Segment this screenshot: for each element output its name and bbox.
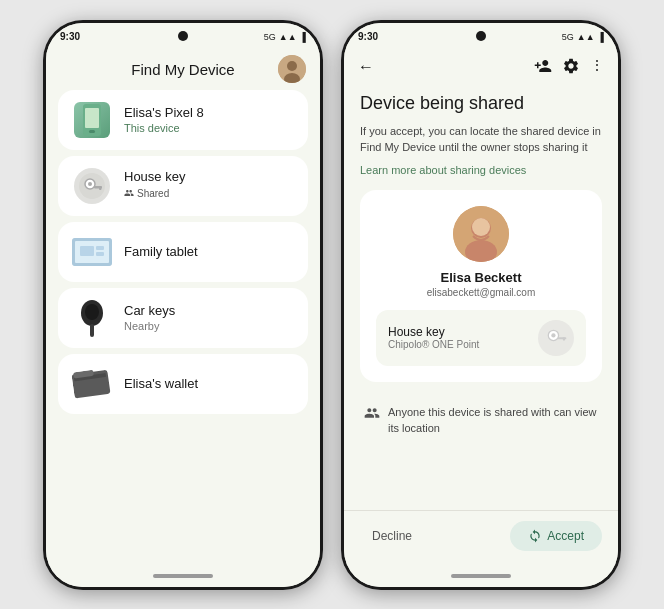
- device-item-house-key[interactable]: House key Shared: [58, 156, 308, 216]
- pixel8-sub: This device: [124, 122, 294, 134]
- device-list: Elisa's Pixel 8 This device: [46, 86, 320, 565]
- device-item-car-keys[interactable]: Car keys Nearby: [58, 288, 308, 348]
- left-time: 9:30: [60, 31, 80, 42]
- house-key-image: [74, 168, 110, 204]
- shared-device-row: House key Chipolo® ONE Point: [376, 310, 586, 366]
- left-status-icons: 5G ▲▲ ▐: [264, 32, 306, 42]
- tablet-icon: [72, 232, 112, 272]
- shared-text: Shared: [137, 188, 169, 199]
- tablet-image: [72, 238, 112, 266]
- tablet-info: Family tablet: [124, 244, 294, 259]
- shared-device-model: Chipolo® ONE Point: [388, 339, 479, 350]
- app-header: Find My Device: [46, 51, 320, 86]
- right-battery: ▐: [598, 32, 604, 42]
- right-phone: 9:30 5G ▲▲ ▐ ← ⋮: [341, 20, 621, 590]
- svg-rect-4: [85, 108, 99, 128]
- shared-label: Shared: [124, 188, 169, 199]
- accept-button[interactable]: Accept: [510, 521, 602, 551]
- sharer-avatar: [453, 206, 509, 262]
- svg-rect-13: [80, 246, 94, 256]
- device-item-wallet[interactable]: Elisa's wallet: [58, 354, 308, 414]
- house-key-name: House key: [124, 169, 294, 184]
- svg-rect-14: [96, 246, 104, 250]
- tablet-name: Family tablet: [124, 244, 294, 259]
- svg-point-8: [88, 182, 92, 186]
- more-options-icon[interactable]: ⋮: [590, 57, 604, 78]
- wifi-icon: ▲▲: [279, 32, 297, 42]
- shared-device-info: House key Chipolo® ONE Point: [388, 325, 479, 350]
- svg-point-25: [472, 218, 490, 236]
- right-time: 9:30: [358, 31, 378, 42]
- sharing-title: Device being shared: [360, 92, 602, 115]
- svg-rect-5: [89, 130, 95, 133]
- decline-button[interactable]: Decline: [360, 521, 424, 551]
- left-bottom-bar: [46, 565, 320, 587]
- wallet-image: [72, 368, 112, 400]
- battery-icon: ▐: [300, 32, 306, 42]
- header-actions: ⋮: [534, 57, 604, 78]
- learn-more-link[interactable]: Learn more about sharing devices: [360, 164, 602, 176]
- sharing-desc: If you accept, you can locate the shared…: [360, 123, 602, 156]
- svg-rect-29: [563, 337, 565, 340]
- right-signal: 5G: [562, 32, 574, 42]
- car-keys-name: Car keys: [124, 303, 294, 318]
- car-keys-image: [76, 298, 108, 338]
- sharing-body: Device being shared If you accept, you c…: [344, 84, 618, 510]
- car-keys-icon: [72, 298, 112, 338]
- settings-icon[interactable]: [562, 57, 580, 78]
- house-key-info: House key Shared: [124, 169, 294, 202]
- notice-row: Anyone this device is shared with can vi…: [360, 394, 602, 447]
- svg-rect-15: [96, 252, 104, 256]
- svg-point-27: [551, 333, 555, 337]
- action-bar: Decline Accept: [344, 510, 618, 565]
- key-small-icon: [538, 320, 574, 356]
- wallet-name: Elisa's wallet: [124, 376, 294, 391]
- pixel8-image: [74, 102, 110, 138]
- pixel8-info: Elisa's Pixel 8 This device: [124, 105, 294, 134]
- device-item-pixel8[interactable]: Elisa's Pixel 8 This device: [58, 90, 308, 150]
- left-phone: 9:30 5G ▲▲ ▐ Find My Device: [43, 20, 323, 590]
- sharer-card: Elisa Beckett elisabeckett@gmail.com Hou…: [360, 190, 602, 382]
- svg-rect-10: [99, 186, 102, 190]
- notice-text: Anyone this device is shared with can vi…: [388, 404, 598, 437]
- svg-rect-18: [90, 324, 94, 337]
- right-status-icons: 5G ▲▲ ▐: [562, 32, 604, 42]
- right-bottom-bar: [344, 565, 618, 587]
- left-status-bar: 9:30 5G ▲▲ ▐: [46, 23, 320, 51]
- right-screen: ← ⋮ Device being shared If you accept, y…: [344, 51, 618, 565]
- right-wifi: ▲▲: [577, 32, 595, 42]
- add-person-icon[interactable]: [534, 57, 552, 78]
- sharer-name: Elisa Beckett: [441, 270, 522, 285]
- app-title: Find My Device: [131, 61, 234, 78]
- pixel8-name: Elisa's Pixel 8: [124, 105, 294, 120]
- sharing-header: ← ⋮: [344, 51, 618, 84]
- svg-point-1: [287, 61, 297, 71]
- right-status-bar: 9:30 5G ▲▲ ▐: [344, 23, 618, 51]
- pixel8-icon: [72, 100, 112, 140]
- device-item-tablet[interactable]: Family tablet: [58, 222, 308, 282]
- svg-point-17: [85, 304, 99, 320]
- back-button[interactable]: ←: [358, 58, 374, 76]
- signal-icon: 5G: [264, 32, 276, 42]
- house-key-icon: [72, 166, 112, 206]
- wallet-icon: [72, 364, 112, 404]
- car-keys-info: Car keys Nearby: [124, 303, 294, 332]
- right-camera: [476, 31, 486, 41]
- car-keys-sub: Nearby: [124, 320, 294, 332]
- left-screen: Find My Device: [46, 51, 320, 565]
- people-icon: [364, 405, 380, 424]
- right-home-indicator: [451, 574, 511, 578]
- shared-device-name: House key: [388, 325, 479, 339]
- sharer-email: elisabeckett@gmail.com: [427, 287, 536, 298]
- left-camera: [178, 31, 188, 41]
- left-home-indicator: [153, 574, 213, 578]
- wallet-info: Elisa's wallet: [124, 376, 294, 391]
- user-avatar[interactable]: [278, 55, 306, 83]
